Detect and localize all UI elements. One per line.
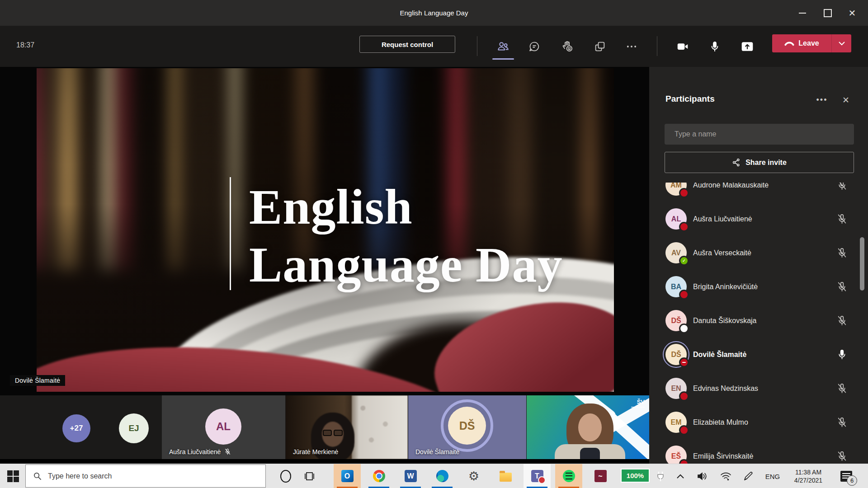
mic-on-icon [836, 348, 848, 361]
taskbar-app-chrome[interactable] [365, 464, 392, 488]
minimize-icon [799, 13, 806, 14]
mic-status[interactable] [836, 213, 848, 225]
taskbar-app-word[interactable]: W [397, 464, 424, 488]
participant-row[interactable]: EM Elizabieta Mulmo [649, 405, 868, 439]
taskbar-app-tilde[interactable]: ~ [587, 464, 614, 488]
participant-search-input[interactable] [674, 130, 854, 139]
mic-status[interactable] [836, 281, 848, 293]
action-center-button[interactable]: 6 [835, 464, 858, 488]
meeting-timer: 18:37 [16, 41, 34, 49]
notification-count-badge: 6 [847, 475, 857, 486]
mic-status[interactable] [836, 416, 848, 428]
video-tile-jurate[interactable]: Jūratė Merkienė [286, 395, 408, 459]
clock-date: 4/27/2021 [794, 476, 822, 484]
lace-curtain [352, 395, 408, 459]
settings-gear-icon: ⚙ [468, 469, 479, 483]
participants-toggle-button[interactable] [493, 38, 513, 56]
presence-badge [679, 188, 689, 198]
tile-name-label: Jūratė Merkienė [293, 448, 338, 455]
participant-row[interactable]: AM Audronė Malakauskaitė [649, 183, 868, 202]
taskbar-app-edge[interactable] [429, 464, 456, 488]
share-screen-button[interactable] [737, 38, 757, 56]
presence-badge [679, 391, 689, 401]
participants-scrollbar-thumb[interactable] [860, 237, 864, 291]
leave-options-button[interactable] [831, 34, 851, 52]
share-invite-icon [732, 158, 741, 167]
hang-up-icon [784, 40, 794, 47]
mic-status[interactable] [836, 348, 848, 361]
mic-status[interactable] [836, 247, 848, 259]
leave-button[interactable]: Leave [772, 34, 831, 52]
toolbar-divider [657, 36, 657, 56]
taskbar-app-outlook[interactable]: O [334, 464, 361, 488]
request-control-button[interactable]: Request control [359, 36, 455, 53]
chat-button[interactable] [524, 38, 544, 56]
person-shirt [580, 448, 600, 459]
participant-row[interactable]: BA Brigita Aninkevičiūtė [649, 270, 868, 304]
tile-name-label: Aušra Liučvaitienė [169, 448, 221, 455]
participant-search-box[interactable] [665, 124, 854, 145]
share-invite-button[interactable]: Share invite [665, 152, 854, 173]
glasses [323, 430, 343, 434]
participant-name: Aušra Liučvaitienė [693, 202, 752, 236]
taskbar-search-placeholder: Type here to search [48, 472, 112, 480]
mic-icon [708, 40, 721, 53]
share-screen-icon [740, 40, 755, 53]
panel-close-button[interactable]: ✕ [838, 93, 854, 107]
breakout-rooms-button[interactable] [590, 38, 610, 56]
plug-tray-icon[interactable] [653, 464, 668, 488]
participants-panel: Participants ••• ✕ Share invite AM Audro… [649, 67, 868, 464]
start-button[interactable] [7, 470, 19, 482]
close-icon: ✕ [849, 9, 856, 18]
mic-status[interactable] [836, 314, 848, 327]
video-tile-speaker[interactable]: ŠV■■■■ ■■ | ■■ ■■ [527, 395, 649, 459]
participant-row[interactable]: AV Aušra Verseckaitė [649, 236, 868, 270]
overflow-participants-avatar[interactable]: +27 [62, 414, 90, 442]
taskbar-clock[interactable]: 11:38 AM 4/27/2021 [788, 464, 829, 488]
volume-button[interactable] [693, 464, 711, 488]
participant-row[interactable]: DŠ Danuta Šiškovskaja [649, 304, 868, 338]
close-button[interactable]: ✕ [842, 0, 863, 26]
spotify-icon [563, 470, 575, 482]
avatar-wrap: EŠ [665, 446, 687, 464]
share-invite-label: Share invite [745, 159, 787, 167]
mic-status[interactable] [836, 450, 848, 462]
cortana-button[interactable] [277, 464, 295, 488]
presence-badge [679, 357, 689, 367]
network-button[interactable] [717, 464, 734, 488]
minimize-button[interactable] [792, 0, 813, 26]
reactions-button[interactable] [557, 38, 577, 56]
participant-row[interactable]: EN Edvinas Nedzinskas [649, 371, 868, 405]
meeting-toolbar: 18:37 Request control [0, 26, 868, 67]
video-tile-dovile[interactable]: DŠ Dovilė Šlamaitė [408, 395, 526, 459]
taskbar-app-spotify[interactable] [555, 464, 582, 488]
hidden-icons-button[interactable] [673, 464, 688, 488]
mic-status[interactable] [836, 382, 848, 394]
maximize-button[interactable] [817, 0, 838, 26]
panel-more-options-button[interactable]: ••• [813, 93, 831, 107]
taskbar-app-settings[interactable]: ⚙ [460, 464, 487, 488]
mic-status[interactable] [836, 183, 848, 191]
mic-button[interactable] [705, 38, 725, 56]
clock-time: 11:38 AM [795, 468, 821, 476]
taskbar-app-file-explorer[interactable] [492, 464, 519, 488]
language-indicator[interactable]: ENG [762, 464, 783, 488]
camera-button[interactable] [673, 38, 693, 56]
participant-row[interactable]: AL Aušra Liučvaitienė [649, 202, 868, 236]
participant-row[interactable]: DŠ Dovilė Šlamaitė [649, 338, 868, 371]
taskbar-app-teams[interactable]: T [524, 464, 551, 488]
participant-name: Edvinas Nedzinskas [693, 371, 758, 405]
battery-percentage-badge[interactable]: 100% [621, 469, 650, 483]
participant-list: AM Audronė Malakauskaitė AL Aušra Liučva… [649, 183, 868, 464]
pen-button[interactable] [740, 464, 757, 488]
avatar-wrap: AV [665, 242, 687, 263]
word-icon: W [405, 470, 417, 482]
tilde-app-icon: ~ [594, 470, 607, 482]
video-tile-ausra[interactable]: AL Aušra Liučvaitienė [162, 395, 285, 459]
presence-badge [679, 459, 689, 464]
participant-row[interactable]: EŠ Emilija Širvinskaitė [649, 439, 868, 464]
participant-avatar-ej[interactable]: EJ [119, 413, 149, 443]
task-view-button[interactable] [299, 464, 319, 488]
taskbar-search-box[interactable]: Type here to search [25, 465, 266, 488]
more-options-button[interactable] [622, 38, 642, 56]
